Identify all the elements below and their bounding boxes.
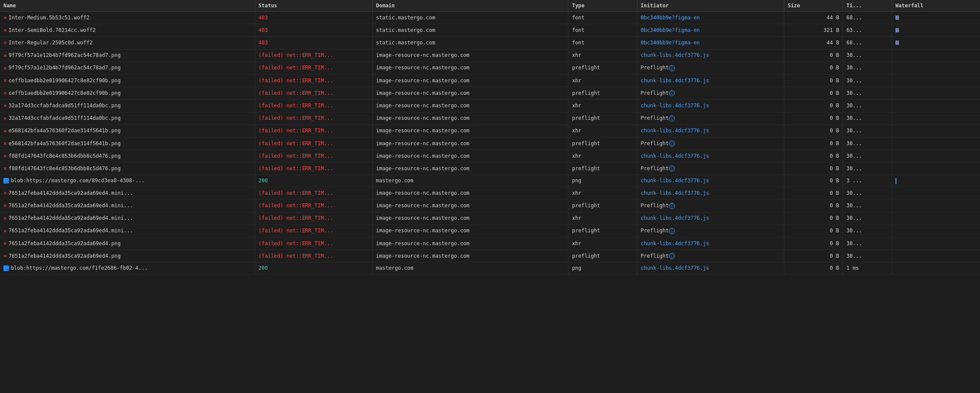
preflight-info-icon[interactable]: ⓘ <box>669 228 675 234</box>
status-cell: (failed) net::ERR_TIM... <box>255 212 372 225</box>
waterfall-cell <box>892 12 980 24</box>
table-row[interactable]: ✕7651a2feba4142ddda35ca92ada69ed4.png(fa… <box>0 237 980 250</box>
table-row[interactable]: ✕f88fd147643fc8e4c853b6dbb8c5d476.png(fa… <box>0 150 980 162</box>
name-cell: ✕e568142bfa4a576360f2dae314f5641b.png <box>0 125 255 137</box>
status-cell: (failed) net::ERR_TIM... <box>255 74 372 87</box>
file-name: Inter-Medium.5b53c51.woff2 <box>9 14 90 22</box>
initiator-link[interactable]: chunk-libs.4dcf3776.js <box>641 52 709 58</box>
file-name: blob:https://mastergo.com/89cd3ea8-4308-… <box>11 177 145 184</box>
table-row[interactable]: blob:https://mastergo.com/89cd3ea8-4308-… <box>0 175 980 187</box>
table-row[interactable]: ✕e568142bfa4a576360f2dae314f5641b.png(fa… <box>0 125 980 137</box>
initiator-link[interactable]: chunk-libs.4dcf3776.js <box>641 178 709 184</box>
size-cell: 44 B <box>784 12 843 24</box>
preflight-info-icon[interactable]: ⓘ <box>669 203 675 209</box>
domain-cell: image-resource-nc.mastergo.com <box>372 212 568 225</box>
table-row[interactable]: ✕7651a2feba4142ddda35ca92ada69ed4.mini..… <box>0 225 980 237</box>
table-row[interactable]: blob:https://mastergo.com/f1fe2686-fb02-… <box>0 262 980 274</box>
type-cell: xhr <box>568 150 637 162</box>
initiator-link[interactable]: chunk-libs.4dcf3776.js <box>641 265 709 271</box>
waterfall-cell <box>892 137 980 150</box>
type-cell: preflight <box>568 200 637 212</box>
waterfall-cell <box>892 87 980 100</box>
time-cell: 30... <box>843 212 892 225</box>
status-cell: (failed) net::ERR_TIM... <box>255 237 372 250</box>
initiator-cell: Preflightⓘ <box>637 162 784 175</box>
size-cell: 0 B <box>784 162 843 175</box>
preflight-info-icon[interactable]: ⓘ <box>669 140 675 147</box>
initiator-link[interactable]: 0bc340bb9e?figma-en <box>641 27 700 33</box>
column-header-type[interactable]: Type <box>568 0 637 12</box>
column-header-size[interactable]: Size <box>784 0 843 12</box>
domain-cell: image-resource-nc.mastergo.com <box>372 250 568 262</box>
initiator-link[interactable]: chunk-libs.4dcf3776.js <box>641 128 709 134</box>
table-row[interactable]: ✕Inter-Medium.5b53c51.woff2403static.mas… <box>0 12 980 24</box>
time-cell: 30... <box>843 200 892 212</box>
initiator-cell: 0bc340bb9e?figma-en <box>637 24 784 37</box>
table-row[interactable]: ✕9f79cf57a1e12b4b7fd962ac54c78ad7.png(fa… <box>0 62 980 74</box>
name-cell: blob:https://mastergo.com/f1fe2686-fb02-… <box>0 262 255 274</box>
table-row[interactable]: ✕7651a2feba4142ddda35ca92ada69ed4.mini..… <box>0 200 980 212</box>
table-row[interactable]: ✕ceffb1aedbb2e019906427c8e82cf90b.png(fa… <box>0 87 980 100</box>
initiator-link[interactable]: 0bc340bb9e?figma-en <box>641 15 700 21</box>
preflight-info-icon[interactable]: ⓘ <box>669 90 675 96</box>
file-name: e568142bfa4a576360f2dae314f5641b.png <box>9 127 121 134</box>
table-row[interactable]: ✕e568142bfa4a576360f2dae314f5641b.png(fa… <box>0 137 980 150</box>
preflight-label: Preflight <box>641 140 669 147</box>
table-row[interactable]: ✕ceffb1aedbb2e019906427c8e82cf90b.png(fa… <box>0 74 980 87</box>
error-icon: ✕ <box>3 189 7 197</box>
initiator-link[interactable]: chunk-libs.4dcf3776.js <box>641 215 709 221</box>
preflight-info-icon[interactable]: ⓘ <box>669 165 675 172</box>
table-row[interactable]: ✕32a174d3ccfabfadca9d51ff114da0bc.png(fa… <box>0 100 980 112</box>
status-cell: (failed) net::ERR_TIM... <box>255 87 372 100</box>
waterfall-cell <box>892 262 980 274</box>
domain-cell: image-resource-nc.mastergo.com <box>372 187 568 200</box>
table-row[interactable]: ✕7651a2feba4142ddda35ca92ada69ed4.mini..… <box>0 212 980 225</box>
column-header-initiator[interactable]: Initiator <box>637 0 784 12</box>
initiator-link[interactable]: chunk-libs.4dcf3776.js <box>641 103 709 109</box>
type-cell: xhr <box>568 49 637 62</box>
network-table-wrapper[interactable]: NameStatusDomainTypeInitiatorSizeTi...Wa… <box>0 0 980 393</box>
initiator-cell: Preflightⓘ <box>637 62 784 74</box>
ok-icon <box>3 265 9 271</box>
initiator-cell: 0bc340bb9e?figma-en <box>637 12 784 24</box>
error-icon: ✕ <box>3 14 7 22</box>
column-header-waterfall[interactable]: Waterfall <box>892 0 980 12</box>
table-row[interactable]: ✕7651a2feba4142ddda35ca92ada69ed4.mini..… <box>0 187 980 200</box>
time-cell: 3 ... <box>843 175 892 187</box>
initiator-link[interactable]: chunk-libs.4dcf3776.js <box>641 240 709 246</box>
type-cell: xhr <box>568 187 637 200</box>
initiator-link[interactable]: chunk-libs.4dcf3776.js <box>641 78 709 84</box>
error-icon: ✕ <box>3 215 7 222</box>
column-header-domain[interactable]: Domain <box>372 0 568 12</box>
preflight-info-icon[interactable]: ⓘ <box>669 115 675 122</box>
domain-cell: image-resource-nc.mastergo.com <box>372 125 568 137</box>
table-row[interactable]: ✕32a174d3ccfabfadca9d51ff114da0bc.png(fa… <box>0 112 980 125</box>
initiator-link[interactable]: chunk-libs.4dcf3776.js <box>641 190 709 196</box>
table-row[interactable]: ✕7651a2feba4142ddda35ca92ada69ed4.png(fa… <box>0 250 980 262</box>
waterfall-cell <box>892 225 980 237</box>
column-header-status[interactable]: Status <box>255 0 372 12</box>
time-cell: 30... <box>843 62 892 74</box>
waterfall-tick <box>896 178 896 184</box>
table-row[interactable]: ✕f88fd147643fc8e4c853b6dbb8c5d476.png(fa… <box>0 162 980 175</box>
column-header-time[interactable]: Ti... <box>843 0 892 12</box>
preflight-info-icon[interactable]: ⓘ <box>669 65 675 71</box>
size-cell: 0 B <box>784 112 843 125</box>
time-cell: 30... <box>843 137 892 150</box>
table-row[interactable]: ✕Inter-Regular.2505c0d.woff2403static.ma… <box>0 37 980 49</box>
waterfall-cell <box>892 24 980 37</box>
table-row[interactable]: ✕9f79cf57a1e12b4b7fd962ac54c78ad7.png(fa… <box>0 49 980 62</box>
size-cell: 44 B <box>784 37 843 49</box>
initiator-cell: chunk-libs.4dcf3776.js <box>637 100 784 112</box>
waterfall-cell <box>892 250 980 262</box>
initiator-link[interactable]: chunk-libs.4dcf3776.js <box>641 153 709 159</box>
waterfall-cell <box>892 162 980 175</box>
time-cell: 30... <box>843 162 892 175</box>
time-cell: 30... <box>843 100 892 112</box>
column-header-name[interactable]: Name <box>0 0 255 12</box>
preflight-info-icon[interactable]: ⓘ <box>669 253 675 259</box>
initiator-link[interactable]: 0bc340bb9e?figma-en <box>641 40 700 46</box>
time-cell: 30... <box>843 49 892 62</box>
table-row[interactable]: ✕Inter-SemiBold.70214cc.woff2403static.m… <box>0 24 980 37</box>
time-cell: 1 ms <box>843 262 892 274</box>
